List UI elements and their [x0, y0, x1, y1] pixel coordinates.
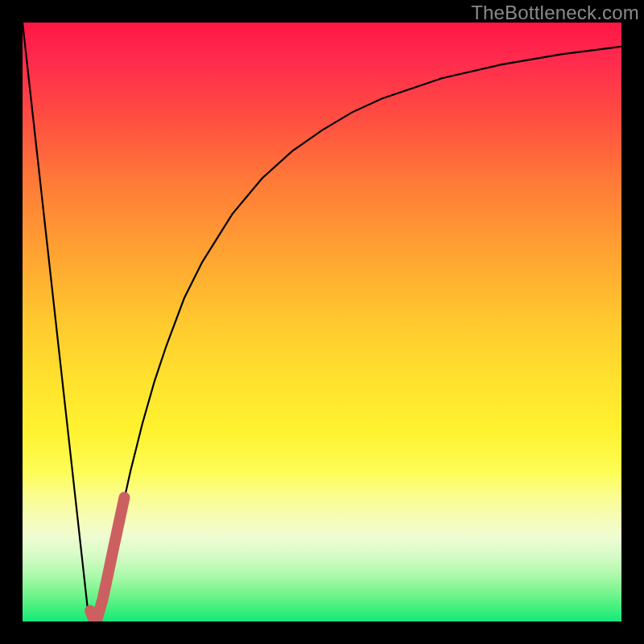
watermark-text: TheBottleneck.com [471, 2, 639, 24]
plot-area [23, 23, 621, 621]
optimal-highlight [90, 497, 124, 618]
curve-layer [23, 23, 621, 621]
chart-frame: TheBottleneck.com [0, 0, 644, 644]
